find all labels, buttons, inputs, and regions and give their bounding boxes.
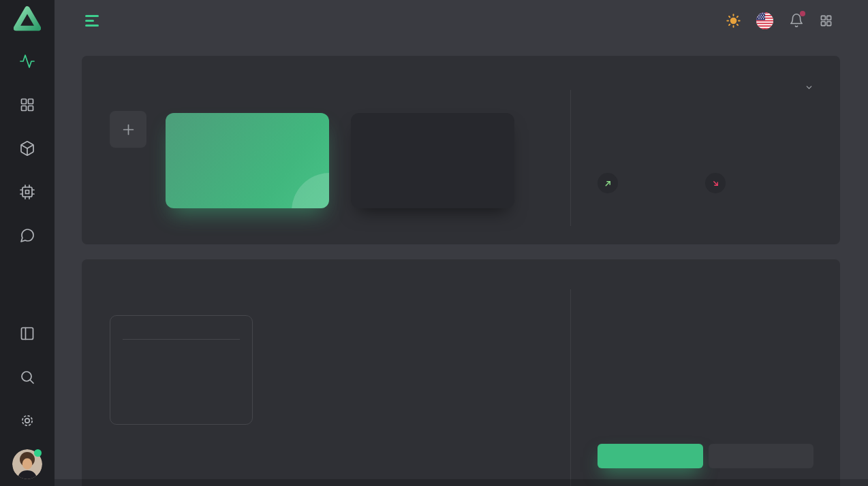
transaction-row[interactable] [598,397,813,423]
top-header [55,0,868,41]
theme-toggle-sun-icon[interactable] [726,14,741,28]
menu-toggle-icon[interactable] [85,15,100,27]
sidebar-item-products[interactable] [19,140,35,157]
transaction-row[interactable] [598,323,813,349]
chevron-down-icon [805,83,813,92]
expense-stat [705,167,735,193]
language-us-flag-icon[interactable] [756,12,773,29]
summary-divider [123,339,240,340]
notifications-bell-icon[interactable] [789,13,804,28]
transactions-list [598,323,813,434]
credit-card-primary[interactable] [166,113,329,208]
transaction-avatar [598,323,623,349]
period-dropdown[interactable] [792,83,813,92]
expense-arrow-icon [705,173,726,193]
chat-icon [19,227,35,244]
panel-divider [570,289,571,486]
cards-balance-panel [82,56,840,244]
transaction-row[interactable] [598,360,813,386]
transaction-avatar [598,360,623,386]
sidebar-item-dashboard[interactable] [19,97,35,113]
plus-icon [123,124,134,135]
activity-icon [19,53,35,69]
cpu-icon [19,184,35,200]
summary-box [110,315,253,425]
income-stat [598,167,627,193]
sidebar-item-devices[interactable] [19,184,35,200]
bottom-edge-shade [55,479,868,486]
online-status-dot [34,449,42,457]
expenses-chart [271,317,564,457]
app-logo-icon[interactable] [14,5,41,33]
box-icon [19,140,35,157]
sidebar-item-search[interactable] [19,369,35,385]
panel-divider [570,90,571,226]
card-decor-circle [292,173,329,208]
area-chart [271,321,561,457]
income-arrow-icon [598,173,618,193]
sidebar-item-settings[interactable] [19,412,35,429]
user-avatar[interactable] [12,449,42,479]
sidebar [0,0,55,486]
settings-button[interactable] [709,444,814,468]
summary-transactions-panel [82,259,840,486]
sidebar-item-messages[interactable] [19,227,35,244]
sidebar-item-layout[interactable] [19,325,35,342]
grid-icon [19,97,35,113]
transaction-avatar [598,397,623,423]
add-card-button[interactable] [110,111,146,148]
new-button[interactable] [598,444,703,468]
sidebar-item-activity[interactable] [19,53,35,69]
layout-icon [19,325,35,342]
credit-card-secondary[interactable] [351,113,514,208]
notification-dot [800,11,805,16]
gear-icon [19,412,35,429]
search-icon [19,369,35,385]
apps-grid-icon[interactable] [820,14,833,27]
